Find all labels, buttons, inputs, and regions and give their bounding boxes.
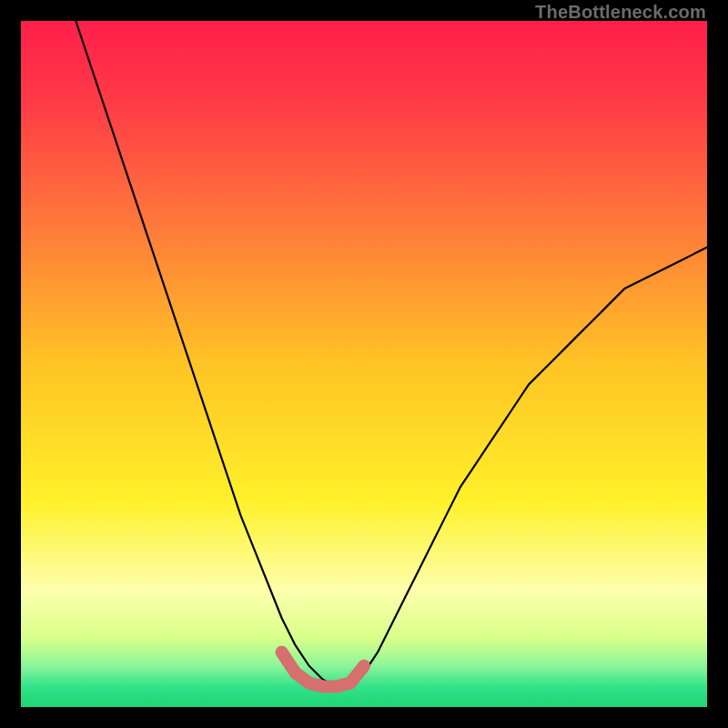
optimum-marker xyxy=(282,652,364,687)
watermark-text: TheBottleneck.com xyxy=(535,2,706,23)
plot-area xyxy=(21,21,707,707)
curve-layer xyxy=(21,21,707,707)
bottleneck-curve xyxy=(76,21,707,686)
chart-container: TheBottleneck.com xyxy=(0,0,728,728)
